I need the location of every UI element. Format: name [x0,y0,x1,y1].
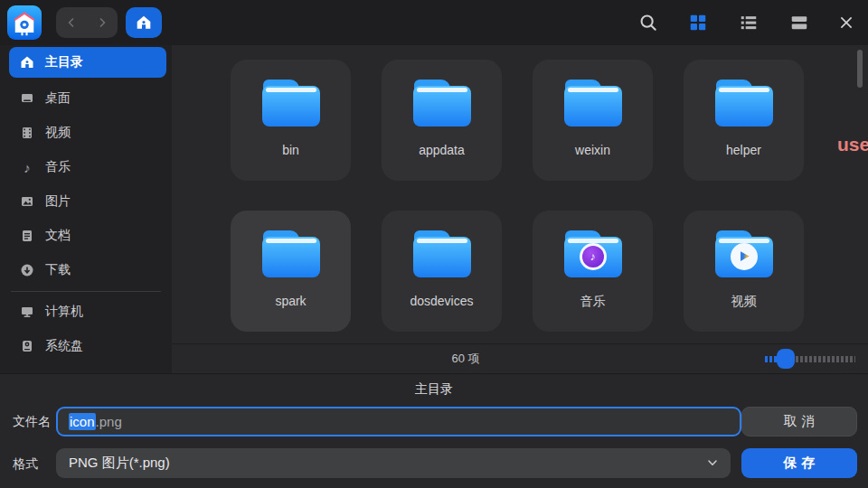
sidebar-item-videos[interactable]: 视频 [0,116,172,150]
history-nav-group [56,7,118,38]
folder-tile-weixin[interactable]: weixin [533,60,653,181]
sidebar-item-documents[interactable]: 文档 [0,219,172,253]
close-icon [837,14,855,32]
filename-label: 文件名 [13,414,51,430]
grid-view-button[interactable] [685,10,711,35]
folder-label: bin [231,143,351,157]
format-label: 格式 [13,456,38,473]
sidebar-item-label: 文档 [45,228,71,244]
home-icon [20,55,34,70]
back-button[interactable] [59,10,84,35]
folder-icon [564,80,622,127]
video-icon [20,126,34,140]
detail-view-button[interactable] [787,10,812,35]
folder-icon [715,80,773,127]
image-icon [20,194,34,209]
chevron-left-icon [64,15,79,30]
slider-track [796,356,855,362]
sidebar-item-label: 图片 [45,193,71,210]
sidebar-item-music[interactable]: ♪ 音乐 [0,150,172,184]
item-count: 60 项 [172,344,760,373]
breadcrumb-home-button[interactable] [126,7,162,38]
document-icon [20,229,34,243]
format-value: PNG 图片(*.png) [69,455,170,472]
sidebar-item-pictures[interactable]: 图片 [0,184,172,219]
folder-tile-bin[interactable]: bin [231,60,351,181]
search-icon [638,13,658,33]
folder-icon [262,230,320,277]
folder-icon [413,80,471,127]
watermark-text: use [837,134,868,155]
forward-button[interactable] [90,10,115,35]
sidebar: 主目录 桌面 视频 ♪ 音乐 图片 文档 [0,45,172,373]
sidebar-divider [11,291,161,292]
sidebar-item-system-disk[interactable]: 系统盘 [0,329,172,363]
filename-input[interactable]: icon.png [56,407,741,436]
computer-icon [20,305,34,319]
folder-tile-videos[interactable]: 视频 [684,211,804,332]
app-icon [7,5,42,40]
folder-label: helper [684,143,804,157]
icon-size-slider[interactable] [765,349,855,369]
folder-tile-spark[interactable]: spark [231,211,351,332]
download-icon [20,263,34,277]
filename-extension-text: .png [96,414,122,429]
status-bar: 60 项 [172,343,868,373]
filename-selected-text: icon [69,413,96,430]
file-save-dialog-window: 主目录 桌面 视频 ♪ 音乐 图片 文档 [0,0,868,488]
sidebar-item-label: 计算机 [45,304,83,320]
sidebar-item-label: 桌面 [45,90,71,107]
folder-tile-helper[interactable]: helper [684,60,804,181]
detail-view-icon [789,13,809,33]
folder-icon [262,80,320,127]
sidebar-item-label: 系统盘 [45,338,83,354]
folder-tile-dosdevices[interactable]: dosdevices [382,211,502,332]
sidebar-item-label: 音乐 [45,159,71,175]
play-badge-icon [731,243,758,270]
sidebar-item-label: 下载 [45,262,71,278]
grid-view-icon [688,13,708,33]
disk-icon [20,339,34,353]
folder-label: spark [231,294,351,308]
desktop-icon [20,91,34,106]
cancel-button[interactable]: 取消 [741,407,857,436]
folder-label: appdata [382,143,502,157]
music-folder-icon: ♪ [564,230,622,277]
sidebar-item-home[interactable]: 主目录 [9,47,166,78]
folder-label: weixin [533,143,653,157]
vertical-scrollbar[interactable] [857,50,863,88]
folder-label: 音乐 [533,294,653,310]
sidebar-item-label: 视频 [45,125,71,141]
search-button[interactable] [636,10,661,35]
sidebar-item-downloads[interactable]: 下载 [0,253,172,287]
home-icon [136,14,152,31]
toolbar [0,0,868,45]
video-folder-icon [715,230,773,277]
chevron-right-icon [95,15,109,30]
save-panel: 主目录 文件名 icon.png 取消 格式 PNG 图片(*.png) 保存 [0,373,868,488]
sidebar-item-computer[interactable]: 计算机 [0,295,172,329]
music-badge-icon: ♪ [580,243,607,270]
sidebar-item-desktop[interactable]: 桌面 [0,81,172,116]
folder-icon [413,230,471,277]
sidebar-item-label: 主目录 [45,54,83,70]
current-location-label: 主目录 [0,381,868,398]
format-dropdown[interactable]: PNG 图片(*.png) [56,448,731,478]
music-icon: ♪ [20,160,34,174]
folder-tile-music[interactable]: ♪ 音乐 [533,211,653,332]
close-button[interactable] [834,10,859,35]
sidebar-item-volume[interactable]: 157.0 GB 卷 [0,363,172,373]
chevron-down-icon [705,455,720,473]
list-view-button[interactable] [736,10,761,35]
slider-thumb[interactable] [777,349,795,369]
folder-label: dosdevices [382,294,502,308]
list-view-icon [739,13,759,33]
folder-label: 视频 [684,294,804,310]
save-button[interactable]: 保存 [741,448,857,478]
folder-grid: bin appdata weixin helper spark dosdevic… [172,45,868,373]
folder-tile-appdata[interactable]: appdata [382,60,502,181]
